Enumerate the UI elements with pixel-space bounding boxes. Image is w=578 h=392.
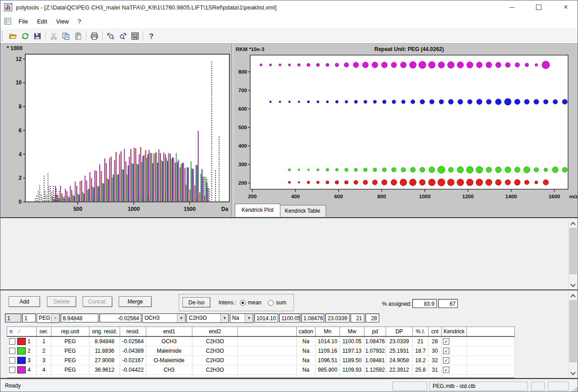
svg-text:600: 600 [238,106,247,112]
edit-field-1[interactable]: 1 [22,313,36,322]
concat-button[interactable]: Concat. [83,296,112,307]
column-header-% I.[interactable]: % I. [413,327,429,337]
merge-button[interactable]: Merge [119,296,152,307]
cut-icon[interactable] [47,30,60,42]
kendrick-plot-chart[interactable]: RKM *10e-3Repeat Unit: PEG (44.0262)2003… [233,44,578,219]
svg-text:700: 700 [238,88,247,93]
edit-field-4[interactable]: -0.02564 [99,313,141,322]
intens-mean-radio[interactable] [240,300,246,306]
column-header-blank[interactable] [238,327,297,337]
scrollbar-thumb[interactable] [569,228,577,274]
window-close-button[interactable]: × [556,1,576,14]
column-header-resid.[interactable]: resid. [120,327,146,337]
scroll-up-icon[interactable] [569,220,577,228]
intens-label: Intens.: [219,299,236,306]
edit-field-2[interactable]: PEG▼ [37,313,60,323]
column-header-pd[interactable]: pd [364,327,386,337]
edit-field-5[interactable]: OCH3▼ [142,313,186,323]
column-header-cation[interactable]: cation [297,327,316,337]
table-row-series-4[interactable]: 44PEG36.9612-0.04422CH3C2H3ONa985.800110… [7,365,515,375]
row-checkbox[interactable] [9,338,15,345]
edit-field-10[interactable]: 1.08476 [301,313,324,322]
svg-text:800: 800 [238,69,247,75]
kendrick-checkbox[interactable]: ✓ [443,367,449,373]
edit-field-13[interactable]: 28 [365,313,379,322]
peak-series-table: n∕ser.rep.unitorig. resid.resid.end1end2… [7,327,515,378]
menu-help[interactable]: ? [73,16,85,27]
menu-view[interactable]: View [51,16,73,27]
column-header-n[interactable]: n∕ [7,327,37,337]
window-minimize-button[interactable] [502,1,522,14]
window-maximize-button[interactable] [529,1,549,14]
resize-grip[interactable] [572,386,578,392]
edit-field-11[interactable]: 23.0339 [325,313,350,322]
column-header-Mw[interactable]: Mw [340,327,364,337]
chevron-down-icon: ▼ [245,314,253,322]
svg-text:800: 800 [378,194,386,199]
svg-text:1500: 1500 [184,206,196,212]
status-file-panel: PEG.mtb - std.ctb [429,382,528,391]
edit-field-9[interactable]: 1100.05 [279,313,300,322]
tab-kendrick-plot[interactable]: Kendrick Plot [235,204,280,217]
toolbar-grip[interactable] [2,31,5,41]
intens-sum-radio[interactable] [268,300,274,306]
column-header-blank[interactable] [467,327,515,337]
column-header-end1[interactable]: end1 [146,327,192,337]
add-button[interactable]: Add [9,296,40,307]
svg-text:200: 200 [238,180,247,186]
table-row-series-2[interactable]: 22PEG11.8836-0.04389MaleimideC2H3ONa1109… [7,346,515,356]
zoom-undo-icon[interactable] [104,30,117,42]
params-scrollbar[interactable] [569,220,577,289]
menu-file[interactable]: File [14,16,33,27]
save-icon[interactable] [31,30,43,42]
open-icon[interactable] [7,30,19,42]
column-header-Kendrick[interactable]: Kendrick [442,327,467,337]
table-row-series-3[interactable]: 33PEG27.9008-0.02167O-MaleimideC2H3ONa10… [7,356,515,365]
row-checkbox[interactable] [9,357,15,364]
column-header-end2[interactable]: end2 [192,327,238,337]
tab-kendrick-table[interactable]: Kendrick Table [279,205,326,217]
column-header-Mn[interactable]: Mn [316,327,340,337]
refresh-icon[interactable] [19,30,31,42]
scroll-down-icon[interactable] [569,281,577,289]
svg-text:Repeat Unit: PEG (44.0262): Repeat Unit: PEG (44.0262) [374,46,444,52]
intens-mean-label: mean [248,299,261,306]
deiso-button[interactable]: De-Iso [182,297,210,308]
peaklist-scrollbar[interactable] [569,292,577,377]
svg-text:500: 500 [73,206,82,212]
assigned-count-value: 67 [438,299,458,308]
edit-field-0[interactable]: 1 [5,313,21,322]
scrollbar-thumb[interactable] [569,300,577,362]
svg-text:500: 500 [238,125,247,130]
kendrick-checkbox[interactable]: ✓ [443,338,449,345]
column-header-rep.unit[interactable]: rep.unit [51,327,89,337]
svg-text:1600: 1600 [549,194,560,199]
scroll-down-icon[interactable] [569,369,577,377]
svg-text:1200: 1200 [462,194,474,199]
copy-icon[interactable] [60,30,72,42]
print-icon[interactable] [88,30,100,42]
column-header-orig. resid.[interactable]: orig. resid. [89,327,120,337]
column-header-cnt[interactable]: cnt [429,327,442,337]
edit-field-7[interactable]: Na▼ [230,313,253,323]
column-header-DP[interactable]: DP [386,327,413,337]
row-checkbox[interactable] [9,367,15,373]
kendrick-checkbox[interactable]: ✓ [443,348,449,354]
toolbar-separator [45,31,46,41]
menu-edit[interactable]: Edit [33,16,51,27]
edit-field-3[interactable]: 8.94848 [61,313,98,322]
delete-button[interactable]: Delete [47,296,76,307]
edit-field-6[interactable]: C2H3O▼ [186,313,229,323]
peak-table-icon[interactable] [129,30,141,42]
table-row-series-1[interactable]: 11PEG8.94848-0.02564OCH3C2H3ONa1014.1011… [7,336,515,346]
row-checkbox[interactable] [9,348,15,354]
column-header-ser.[interactable]: ser. [37,327,51,337]
paste-icon[interactable] [72,30,84,42]
kendrick-checkbox[interactable]: ✓ [443,357,449,364]
scroll-up-icon[interactable] [569,292,577,300]
edit-field-8[interactable]: 1014.10 [254,313,278,322]
mass-spectrum-chart[interactable]: * 100002468101250010001500Da [0,44,232,219]
help-icon[interactable]: ? [145,30,157,42]
zoom-redo-icon[interactable] [117,30,129,42]
edit-field-12[interactable]: 21 [350,313,364,322]
